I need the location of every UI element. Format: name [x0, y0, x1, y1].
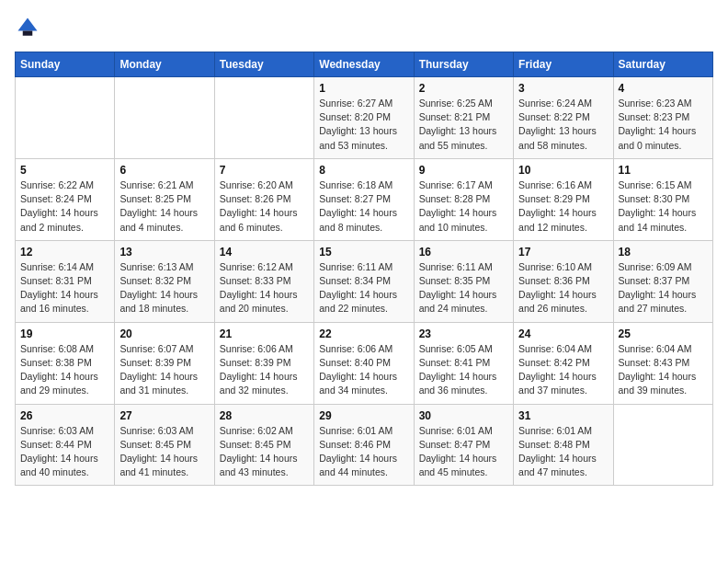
calendar-cell [115, 77, 214, 159]
weekday-header-tuesday: Tuesday [214, 52, 313, 77]
day-number: 1 [319, 82, 408, 95]
page-header [15, 15, 713, 40]
day-info: Sunrise: 6:06 AM Sunset: 8:40 PM Dayligh… [319, 342, 408, 398]
day-info: Sunrise: 6:06 AM Sunset: 8:39 PM Dayligh… [220, 342, 309, 398]
svg-rect-1 [23, 31, 33, 36]
calendar-week-4: 19Sunrise: 6:08 AM Sunset: 8:38 PM Dayli… [16, 322, 713, 404]
day-info: Sunrise: 6:01 AM Sunset: 8:48 PM Dayligh… [518, 424, 608, 480]
day-info: Sunrise: 6:02 AM Sunset: 8:45 PM Dayligh… [220, 424, 309, 480]
day-number: 3 [518, 82, 608, 95]
calendar-cell [613, 404, 712, 486]
weekday-row: SundayMondayTuesdayWednesdayThursdayFrid… [16, 52, 713, 77]
day-info: Sunrise: 6:17 AM Sunset: 8:28 PM Dayligh… [419, 178, 508, 235]
calendar-cell: 11Sunrise: 6:15 AM Sunset: 8:30 PM Dayli… [613, 158, 712, 240]
calendar-cell: 23Sunrise: 6:05 AM Sunset: 8:41 PM Dayli… [414, 322, 513, 404]
day-number: 14 [220, 246, 309, 259]
weekday-header-wednesday: Wednesday [314, 52, 414, 77]
calendar-cell [214, 77, 313, 159]
day-number: 23 [419, 327, 508, 340]
day-info: Sunrise: 6:03 AM Sunset: 8:44 PM Dayligh… [20, 424, 109, 480]
calendar-cell: 1Sunrise: 6:27 AM Sunset: 8:20 PM Daylig… [314, 77, 414, 159]
day-info: Sunrise: 6:12 AM Sunset: 8:33 PM Dayligh… [220, 260, 309, 316]
day-number: 29 [319, 409, 408, 422]
calendar-cell: 31Sunrise: 6:01 AM Sunset: 8:48 PM Dayli… [514, 404, 613, 486]
calendar-cell: 18Sunrise: 6:09 AM Sunset: 8:37 PM Dayli… [613, 240, 712, 322]
day-number: 11 [619, 164, 708, 177]
calendar-cell: 13Sunrise: 6:13 AM Sunset: 8:32 PM Dayli… [115, 240, 214, 322]
day-number: 7 [220, 164, 309, 177]
day-info: Sunrise: 6:16 AM Sunset: 8:29 PM Dayligh… [518, 178, 608, 235]
calendar-cell: 22Sunrise: 6:06 AM Sunset: 8:40 PM Dayli… [314, 322, 414, 404]
weekday-header-monday: Monday [115, 52, 214, 77]
calendar-cell: 7Sunrise: 6:20 AM Sunset: 8:26 PM Daylig… [214, 158, 313, 240]
day-info: Sunrise: 6:04 AM Sunset: 8:42 PM Dayligh… [518, 342, 608, 398]
day-number: 5 [20, 164, 109, 177]
weekday-header-saturday: Saturday [613, 52, 712, 77]
day-number: 13 [119, 246, 209, 259]
day-number: 21 [220, 327, 309, 340]
calendar-body: 1Sunrise: 6:27 AM Sunset: 8:20 PM Daylig… [16, 77, 713, 486]
logo-icon [15, 15, 40, 40]
day-number: 16 [419, 246, 508, 259]
day-info: Sunrise: 6:25 AM Sunset: 8:21 PM Dayligh… [419, 97, 508, 153]
day-info: Sunrise: 6:11 AM Sunset: 8:35 PM Dayligh… [419, 260, 508, 316]
calendar-cell: 24Sunrise: 6:04 AM Sunset: 8:42 PM Dayli… [514, 322, 613, 404]
calendar-cell: 29Sunrise: 6:01 AM Sunset: 8:46 PM Dayli… [314, 404, 414, 486]
calendar-cell: 30Sunrise: 6:01 AM Sunset: 8:47 PM Dayli… [414, 404, 513, 486]
day-number: 28 [220, 409, 309, 422]
day-number: 18 [619, 246, 708, 259]
calendar-cell: 3Sunrise: 6:24 AM Sunset: 8:22 PM Daylig… [514, 77, 613, 159]
day-number: 30 [419, 409, 508, 422]
calendar-cell: 16Sunrise: 6:11 AM Sunset: 8:35 PM Dayli… [414, 240, 513, 322]
calendar-cell: 4Sunrise: 6:23 AM Sunset: 8:23 PM Daylig… [613, 77, 712, 159]
weekday-header-thursday: Thursday [414, 52, 513, 77]
day-number: 8 [319, 164, 408, 177]
calendar-cell: 9Sunrise: 6:17 AM Sunset: 8:28 PM Daylig… [414, 158, 513, 240]
day-number: 31 [518, 409, 608, 422]
day-info: Sunrise: 6:08 AM Sunset: 8:38 PM Dayligh… [20, 342, 109, 398]
svg-marker-0 [18, 18, 38, 31]
calendar-cell: 28Sunrise: 6:02 AM Sunset: 8:45 PM Dayli… [214, 404, 313, 486]
day-number: 22 [319, 327, 408, 340]
day-number: 6 [119, 164, 209, 177]
calendar-week-2: 5Sunrise: 6:22 AM Sunset: 8:24 PM Daylig… [16, 158, 713, 240]
day-info: Sunrise: 6:14 AM Sunset: 8:31 PM Dayligh… [20, 260, 109, 316]
day-number: 27 [119, 409, 209, 422]
day-number: 10 [518, 164, 608, 177]
calendar-week-3: 12Sunrise: 6:14 AM Sunset: 8:31 PM Dayli… [16, 240, 713, 322]
day-number: 26 [20, 409, 109, 422]
day-info: Sunrise: 6:15 AM Sunset: 8:30 PM Dayligh… [619, 178, 708, 235]
calendar-cell: 5Sunrise: 6:22 AM Sunset: 8:24 PM Daylig… [16, 158, 115, 240]
calendar-header: SundayMondayTuesdayWednesdayThursdayFrid… [16, 52, 713, 77]
calendar-cell: 8Sunrise: 6:18 AM Sunset: 8:27 PM Daylig… [314, 158, 414, 240]
calendar-cell: 15Sunrise: 6:11 AM Sunset: 8:34 PM Dayli… [314, 240, 414, 322]
day-info: Sunrise: 6:11 AM Sunset: 8:34 PM Dayligh… [319, 260, 408, 316]
day-info: Sunrise: 6:01 AM Sunset: 8:46 PM Dayligh… [319, 424, 408, 480]
day-info: Sunrise: 6:01 AM Sunset: 8:47 PM Dayligh… [419, 424, 508, 480]
day-info: Sunrise: 6:03 AM Sunset: 8:45 PM Dayligh… [119, 424, 209, 480]
day-info: Sunrise: 6:05 AM Sunset: 8:41 PM Dayligh… [419, 342, 508, 398]
day-number: 17 [518, 246, 608, 259]
calendar-week-5: 26Sunrise: 6:03 AM Sunset: 8:44 PM Dayli… [16, 404, 713, 486]
day-number: 2 [419, 82, 508, 95]
day-info: Sunrise: 6:22 AM Sunset: 8:24 PM Dayligh… [20, 178, 109, 235]
day-info: Sunrise: 6:10 AM Sunset: 8:36 PM Dayligh… [518, 260, 608, 316]
calendar-cell: 26Sunrise: 6:03 AM Sunset: 8:44 PM Dayli… [16, 404, 115, 486]
calendar-cell: 2Sunrise: 6:25 AM Sunset: 8:21 PM Daylig… [414, 77, 513, 159]
day-info: Sunrise: 6:27 AM Sunset: 8:20 PM Dayligh… [319, 97, 408, 153]
logo [15, 15, 44, 40]
calendar-cell: 10Sunrise: 6:16 AM Sunset: 8:29 PM Dayli… [514, 158, 613, 240]
calendar-cell [16, 77, 115, 159]
calendar-cell: 25Sunrise: 6:04 AM Sunset: 8:43 PM Dayli… [613, 322, 712, 404]
day-info: Sunrise: 6:13 AM Sunset: 8:32 PM Dayligh… [119, 260, 209, 316]
day-number: 15 [319, 246, 408, 259]
calendar-cell: 14Sunrise: 6:12 AM Sunset: 8:33 PM Dayli… [214, 240, 313, 322]
calendar-cell: 27Sunrise: 6:03 AM Sunset: 8:45 PM Dayli… [115, 404, 214, 486]
weekday-header-friday: Friday [514, 52, 613, 77]
day-number: 25 [619, 327, 708, 340]
day-number: 4 [619, 82, 708, 95]
day-number: 19 [20, 327, 109, 340]
day-info: Sunrise: 6:18 AM Sunset: 8:27 PM Dayligh… [319, 178, 408, 235]
day-info: Sunrise: 6:09 AM Sunset: 8:37 PM Dayligh… [619, 260, 708, 316]
calendar-cell: 20Sunrise: 6:07 AM Sunset: 8:39 PM Dayli… [115, 322, 214, 404]
